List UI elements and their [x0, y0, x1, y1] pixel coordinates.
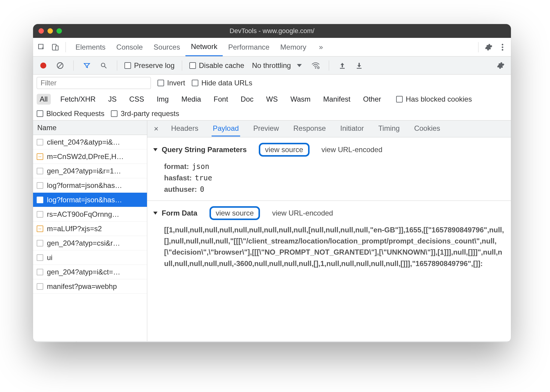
inspect-element-icon[interactable]	[35, 41, 47, 53]
search-icon[interactable]	[98, 60, 110, 72]
file-icon	[37, 283, 43, 290]
device-toolbar-icon[interactable]	[49, 41, 61, 53]
divider	[147, 201, 511, 201]
form-view-source-link[interactable]: view source	[209, 206, 260, 220]
kebab-menu-icon[interactable]	[497, 41, 509, 53]
detail-tabs: × HeadersPayloadPreviewResponseInitiator…	[147, 121, 511, 137]
tab-console[interactable]: Console	[111, 38, 148, 56]
record-button[interactable]	[37, 60, 49, 72]
type-filter-media[interactable]: Media	[178, 94, 204, 105]
status-bar: 30 requests 555 kB trans	[33, 341, 511, 342]
disable-cache-checkbox[interactable]: Disable cache	[189, 61, 244, 70]
file-icon	[37, 168, 43, 174]
devtools-window: DevTools - www.google.com/ ElementsConso…	[33, 24, 511, 342]
detail-tab-cookies[interactable]: Cookies	[413, 121, 442, 136]
filter-input[interactable]	[37, 77, 151, 89]
request-row[interactable]: gen_204?atyp=i&r=1…	[33, 164, 147, 178]
type-filter-ws[interactable]: WS	[263, 94, 281, 105]
param-value: true	[195, 174, 212, 182]
type-filter-css[interactable]: CSS	[126, 94, 147, 105]
svg-line-6	[58, 63, 62, 67]
separator	[182, 60, 182, 71]
request-row[interactable]: client_204?&atyp=i&…	[33, 135, 147, 149]
tab-sources[interactable]: Sources	[148, 38, 185, 56]
separator	[73, 60, 74, 71]
window-title: DevTools - www.google.com/	[33, 27, 511, 35]
detail-tab-timing[interactable]: Timing	[377, 121, 401, 136]
caret-down-icon[interactable]	[153, 212, 157, 215]
third-party-checkbox[interactable]: 3rd-party requests	[111, 109, 179, 118]
preserve-log-checkbox[interactable]: Preserve log	[124, 61, 175, 70]
svg-line-8	[105, 66, 106, 68]
file-icon	[37, 211, 43, 218]
network-settings-icon[interactable]	[495, 60, 507, 72]
type-filter-other[interactable]: Other	[360, 94, 384, 105]
export-har-icon[interactable]	[353, 60, 365, 72]
file-icon	[37, 153, 43, 160]
hide-data-urls-label: Hide data URLs	[201, 79, 252, 87]
form-body: [[1,null,null,null,null,null,null,null,n…	[153, 224, 505, 269]
zoom-window-button[interactable]	[57, 28, 62, 34]
detail-tab-headers[interactable]: Headers	[170, 121, 200, 136]
type-filter-manifest[interactable]: Manifest	[320, 94, 353, 105]
file-icon	[37, 182, 43, 189]
qsp-view-encoded-link[interactable]: view URL-encoded	[322, 145, 383, 154]
request-row[interactable]: ui	[33, 250, 147, 265]
type-filter-doc[interactable]: Doc	[238, 94, 257, 105]
request-row[interactable]: log?format=json&has…	[33, 178, 147, 193]
type-filter-font[interactable]: Font	[211, 94, 231, 105]
request-row[interactable]: log?format=json&has…	[33, 193, 147, 207]
detail-tab-initiator[interactable]: Initiator	[339, 121, 365, 136]
detail-tab-preview[interactable]: Preview	[252, 121, 280, 136]
svg-rect-12	[357, 68, 362, 69]
tab-performance[interactable]: Performance	[223, 38, 275, 56]
preserve-log-label: Preserve log	[134, 61, 175, 70]
network-conditions-icon[interactable]	[310, 60, 322, 72]
request-list: Name client_204?&atyp=i&…m=CnSW2d,DPreE,…	[33, 121, 147, 341]
request-row[interactable]: gen_204?atyp=csi&r…	[33, 236, 147, 250]
request-row[interactable]: m=CnSW2d,DPreE,H…	[33, 149, 147, 164]
type-filter-fetch-xhr[interactable]: Fetch/XHR	[57, 94, 99, 105]
file-icon	[37, 139, 43, 145]
hide-data-urls-checkbox[interactable]: Hide data URLs	[192, 79, 252, 87]
detail-tab-response[interactable]: Response	[292, 121, 327, 136]
request-name: log?format=json&has…	[47, 196, 122, 204]
tab-network[interactable]: Network	[185, 38, 223, 56]
more-tabs-button[interactable]: »	[313, 38, 328, 56]
tab-elements[interactable]: Elements	[70, 38, 111, 56]
param-key: format:	[164, 162, 189, 171]
request-row[interactable]: gen_204?atyp=i&ct=…	[33, 265, 147, 279]
third-party-label: 3rd-party requests	[121, 109, 179, 118]
blocked-requests-checkbox[interactable]: Blocked Requests	[37, 109, 104, 118]
status-transfer: 555 kB trans	[76, 341, 122, 342]
request-row[interactable]: rs=ACT90oFqOrnng…	[33, 207, 147, 222]
has-blocked-cookies-checkbox[interactable]: Has blocked cookies	[396, 95, 472, 103]
invert-checkbox[interactable]: Invert	[157, 79, 185, 87]
tab-memory[interactable]: Memory	[275, 38, 312, 56]
import-har-icon[interactable]	[336, 60, 348, 72]
type-filter-all[interactable]: All	[37, 94, 51, 105]
close-window-button[interactable]	[38, 28, 44, 34]
request-name: rs=ACT90oFqOrnng…	[47, 210, 119, 219]
settings-icon[interactable]	[483, 41, 495, 53]
request-row[interactable]: manifest?pwa=webhp	[33, 279, 147, 294]
clear-button[interactable]	[54, 60, 66, 72]
type-filter-wasm[interactable]: Wasm	[287, 94, 313, 105]
caret-down-icon[interactable]	[153, 148, 157, 151]
type-filter-js[interactable]: JS	[105, 94, 120, 105]
request-name: manifest?pwa=webhp	[47, 282, 117, 291]
invert-label: Invert	[167, 79, 185, 87]
blocked-requests-label: Blocked Requests	[46, 109, 104, 118]
close-detail-button[interactable]: ×	[151, 124, 161, 133]
throttling-select[interactable]: No throttling	[249, 61, 304, 70]
column-header-name[interactable]: Name	[33, 121, 147, 135]
filter-icon[interactable]	[81, 60, 93, 72]
type-filter-img[interactable]: Img	[154, 94, 172, 105]
status-requests: 30 requests	[33, 341, 76, 342]
request-name: gen_204?atyp=i&r=1…	[47, 167, 121, 175]
detail-tab-payload[interactable]: Payload	[212, 121, 240, 136]
request-row[interactable]: m=aLUfP?xjs=s2	[33, 222, 147, 236]
form-view-encoded-link[interactable]: view URL-encoded	[272, 209, 333, 217]
qsp-view-source-link[interactable]: view source	[259, 143, 310, 157]
minimize-window-button[interactable]	[47, 28, 53, 34]
